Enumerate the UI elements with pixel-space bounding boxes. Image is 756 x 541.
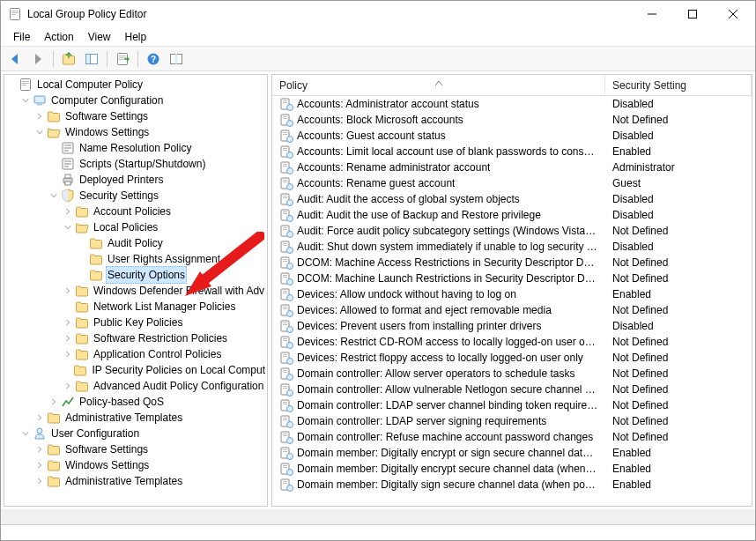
tree-node-adminT2[interactable]: Administrative Templates [4,473,267,489]
policy-row[interactable]: Devices: Restrict CD-ROM access to local… [272,334,752,350]
policy-row[interactable]: Accounts: Limit local account use of bla… [272,144,752,159]
tree-node-softRestrict[interactable]: Software Restriction Policies [4,330,267,346]
tree-node-appCtrl[interactable]: Application Control Policies [4,346,267,362]
expand-icon[interactable] [33,474,47,488]
collapse-icon[interactable] [19,426,33,441]
tree-node-root[interactable]: Local Computer Policy [4,77,267,93]
policy-name: DCOM: Machine Launch Restrictions in Sec… [297,272,598,285]
policy-row[interactable]: Domain controller: Allow vulnerable Netl… [272,382,752,397]
policy-row[interactable]: Audit: Audit the use of Backup and Resto… [272,207,752,223]
folder-icon [75,300,89,314]
tree-node-auditPol[interactable]: Audit Policy [4,235,267,251]
tree-node-compConf[interactable]: Computer Configuration [4,93,267,108]
tree-node-nameRes[interactable]: Name Resolution Policy [4,140,267,156]
column-header-setting[interactable]: Security Setting [605,75,752,95]
policy-row[interactable]: Domain controller: LDAP server channel b… [272,397,752,413]
tree-node-softSet1[interactable]: Software Settings [4,108,267,124]
policy-name: Domain controller: LDAP server signing r… [297,415,546,427]
policy-row[interactable]: Audit: Shut down system immediately if u… [272,239,752,255]
tree-node-acctPol[interactable]: Account Policies [4,204,267,219]
collapse-icon[interactable] [47,189,61,203]
expand-icon[interactable] [61,315,75,330]
tree-label: Windows Settings [63,124,151,140]
policy-row[interactable]: Accounts: Administrator account statusDi… [272,96,752,112]
policy-row[interactable]: Domain member: Digitally encrypt or sign… [272,445,752,461]
expand-icon[interactable] [61,284,75,298]
expand-icon[interactable] [61,347,75,361]
policy-row[interactable]: Devices: Allow undock without having to … [272,286,752,302]
expand-icon[interactable] [33,109,47,123]
policy-row[interactable]: DCOM: Machine Access Restrictions in Sec… [272,255,752,270]
expand-icon[interactable] [33,411,47,425]
tree-node-pubKey[interactable]: Public Key Policies [4,315,267,330]
tree-node-winSet1[interactable]: Windows Settings [4,124,267,140]
tree-pane[interactable]: Local Computer PolicyComputer Configurat… [4,74,268,507]
help-button[interactable]: ? [143,49,164,69]
close-button[interactable] [713,1,753,27]
filter-button[interactable] [166,49,187,69]
setting-cell: Enabled [605,463,752,475]
tree-node-wfAdv[interactable]: Windows Defender Firewall with Adv [4,283,267,299]
list-pane[interactable]: Policy Security Setting Accounts: Admini… [271,74,752,507]
tree-node-secOptions[interactable]: Security Options [4,267,267,283]
menu-file[interactable]: File [6,28,37,46]
tree-node-winSet2[interactable]: Windows Settings [4,457,267,473]
maximize-button[interactable] [672,1,713,27]
expand-icon[interactable] [61,379,75,393]
tree-node-qos[interactable]: Policy-based QoS [4,394,267,410]
menu-action[interactable]: Action [37,28,80,46]
policy-row[interactable]: Audit: Force audit policy subcategory se… [272,223,752,239]
tree-label: Network List Manager Policies [92,299,237,315]
tree-node-scripts[interactable]: Scripts (Startup/Shutdown) [4,156,267,172]
tree-label: User Configuration [49,426,141,441]
folder-icon [73,363,87,377]
policy-row[interactable]: Accounts: Rename guest accountGuest [272,175,752,191]
policy-row[interactable]: Audit: Audit the access of global system… [272,191,752,207]
expand-icon[interactable] [61,204,75,219]
menu-view[interactable]: View [81,28,118,46]
tree-node-adminT1[interactable]: Administrative Templates [4,410,267,426]
tree-node-softSet2[interactable]: Software Settings [4,441,267,457]
policy-row[interactable]: Accounts: Guest account statusDisabled [272,128,752,144]
tree-node-userRights[interactable]: User Rights Assignment [4,251,267,267]
show-hide-tree-button[interactable] [81,49,102,69]
policy-row[interactable]: Domain controller: Refuse machine accoun… [272,429,752,445]
collapse-icon[interactable] [61,220,75,234]
tree-node-depPrinters[interactable]: Deployed Printers [4,172,267,188]
collapse-icon[interactable] [33,125,47,139]
forward-button[interactable] [27,49,48,69]
folder-icon [75,315,89,330]
policy-row[interactable]: Domain controller: Allow server operator… [272,366,752,382]
tree-label: Local Computer Policy [35,77,145,93]
policy-row[interactable]: Devices: Restrict floppy access to local… [272,350,752,366]
export-button[interactable] [112,49,133,69]
expand-icon[interactable] [61,331,75,345]
back-button[interactable] [4,49,26,69]
tree-node-secSettings[interactable]: Security Settings [4,188,267,204]
collapse-icon[interactable] [19,93,33,107]
policy-row[interactable]: Domain member: Digitally encrypt secure … [272,461,752,477]
tree-node-netList[interactable]: Network List Manager Policies [4,299,267,315]
menu-help[interactable]: Help [118,28,154,46]
minimize-button[interactable] [632,1,672,27]
up-button[interactable] [58,49,79,69]
horizontal-scrollbar[interactable] [1,509,755,524]
policy-row[interactable]: Devices: Prevent users from installing p… [272,318,752,334]
tree-node-localPol[interactable]: Local Policies [4,219,267,235]
policy-row[interactable]: DCOM: Machine Launch Restrictions in Sec… [272,270,752,286]
expand-icon[interactable] [47,395,61,409]
policy-row[interactable]: Accounts: Block Microsoft accountsNot De… [272,112,752,128]
expand-icon[interactable] [33,442,47,456]
tree-node-ipSec[interactable]: IP Security Policies on Local Comput [4,362,267,378]
column-header-policy[interactable]: Policy [272,75,605,95]
policy-row[interactable]: Domain controller: LDAP server signing r… [272,413,752,429]
tree-node-advAudit[interactable]: Advanced Audit Policy Configuration [4,378,267,394]
policy-row[interactable]: Accounts: Rename administrator accountAd… [272,159,752,175]
policy-icon [279,351,293,365]
expand-icon[interactable] [33,458,47,472]
setting-cell: Disabled [605,320,752,332]
policy-row[interactable]: Domain member: Digitally sign secure cha… [272,477,752,493]
tree-node-userConf[interactable]: User Configuration [4,426,267,441]
setting-cell: Enabled [605,145,752,158]
policy-row[interactable]: Devices: Allowed to format and eject rem… [272,302,752,318]
